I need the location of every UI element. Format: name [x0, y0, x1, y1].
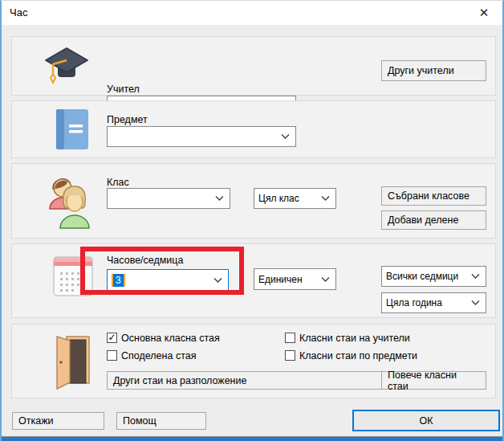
students-icon: [47, 170, 97, 230]
lesson-type-combobox[interactable]: Единичен: [254, 268, 336, 290]
lesson-dialog: Час ✕ Учител Други учители Предмет: [0, 0, 504, 441]
cancel-button[interactable]: Откажи: [12, 412, 104, 430]
teacher-section: Учител Други учители: [11, 36, 496, 96]
chevron-down-icon: [471, 300, 480, 306]
subject-rooms-checkbox[interactable]: [285, 350, 295, 361]
main-classroom-label: Основна класна стая: [121, 333, 220, 344]
chevron-down-icon: [215, 196, 224, 202]
terms-value: Цяла година: [386, 297, 442, 308]
class-group-combobox-value: Цял клас: [258, 193, 299, 204]
hours-selection: 3: [112, 274, 125, 287]
subject-section: Предмет: [11, 100, 496, 158]
hours-per-week-combobox[interactable]: 3: [107, 269, 229, 291]
chevron-down-icon: [281, 134, 290, 140]
chevron-down-icon: [321, 276, 330, 282]
chevron-down-icon: [321, 196, 330, 202]
teacher-rooms-checkbox[interactable]: [285, 333, 295, 343]
subject-label: Предмет: [107, 114, 148, 125]
class-group-combobox[interactable]: Цял клас: [254, 188, 336, 209]
hours-per-week-value: 3: [113, 274, 124, 287]
chevron-down-icon: [213, 277, 222, 283]
terms-combobox[interactable]: Цяла година: [381, 292, 486, 313]
book-icon: [54, 108, 91, 151]
weeks-combobox[interactable]: Всички седмици: [381, 266, 486, 287]
time-section: Часове/седмица 3 Единичен Всички седмици…: [11, 243, 496, 318]
door-icon: [54, 333, 92, 390]
graduation-cap-icon: [43, 44, 91, 91]
dialog-title: Час: [10, 6, 27, 18]
titlebar: Час ✕: [2, 1, 502, 25]
shared-room-label: Споделена стая: [121, 350, 196, 361]
more-rooms-button[interactable]: Повече класни стаи: [381, 371, 486, 390]
shared-room-checkbox[interactable]: [107, 350, 117, 361]
rooms-section: ✓ Основна класна стая Споделена стая Кла…: [11, 324, 496, 398]
teacher-label: Учител: [107, 84, 140, 95]
calendar-icon: [52, 254, 94, 299]
class-combobox[interactable]: [107, 188, 230, 209]
close-icon[interactable]: ✕: [472, 4, 496, 22]
subject-rooms-label: Класни стаи по предмети: [299, 350, 417, 361]
weeks-value: Всички седмици: [386, 271, 458, 282]
hours-per-week-label: Часове/седмица: [107, 255, 183, 266]
class-section: Клас Цял клас Събрани класове Добави дел…: [11, 163, 496, 239]
lesson-type-value: Единичен: [258, 274, 303, 285]
ok-button[interactable]: ОК: [352, 410, 500, 431]
main-classroom-checkbox[interactable]: ✓: [107, 333, 117, 343]
help-button[interactable]: Помощ: [116, 412, 206, 430]
class-label: Клас: [107, 177, 129, 188]
add-division-button[interactable]: Добави делене: [381, 210, 486, 230]
other-rooms-button[interactable]: Други стаи на разположение: [107, 371, 383, 390]
taskbar-strip: [2, 436, 502, 441]
subject-combobox[interactable]: [107, 126, 296, 147]
joint-classes-button[interactable]: Събрани класове: [381, 186, 486, 206]
teacher-rooms-label: Класни стаи на учители: [299, 333, 410, 344]
chevron-down-icon: [471, 274, 480, 280]
other-teachers-button[interactable]: Други учители: [381, 60, 486, 81]
text-caret: [124, 274, 125, 287]
